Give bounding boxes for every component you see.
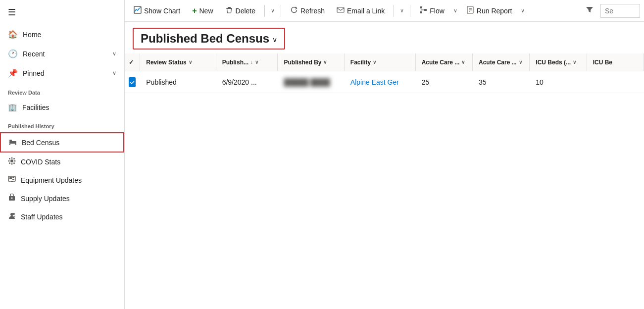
sidebar-item-bed-census[interactable]: Bed Census: [0, 132, 124, 153]
svg-rect-28: [424, 9, 427, 11]
grid-header-icu-beds-1[interactable]: ICU Beds (... ∨: [530, 53, 587, 71]
review-status-col-label: Review Status: [146, 59, 186, 66]
sidebar-item-home[interactable]: 🏠 Home: [0, 25, 124, 44]
grid-header-acute-care-2[interactable]: Acute Care ... ∨: [473, 53, 530, 71]
toolbar: Show Chart + New Delete ∨: [125, 0, 644, 22]
toolbar-divider-3: [394, 5, 394, 17]
grid-container: ✓ Review Status ∨ Publish... ↓ ∨ Publish…: [125, 53, 644, 309]
acute-care-2-col-label: Acute Care ...: [479, 59, 517, 66]
grid-header-acute-care-1[interactable]: Acute Care ... ∨: [416, 53, 473, 71]
refresh-button[interactable]: Refresh: [285, 3, 330, 18]
show-chart-icon: [134, 6, 142, 15]
sidebar-item-recent[interactable]: 🕐 Recent ∨: [0, 44, 124, 63]
row-checkbox[interactable]: [125, 71, 140, 93]
svg-point-4: [10, 159, 13, 162]
row-publish-date: 6/9/2020 ...: [216, 71, 278, 93]
svg-point-9: [9, 158, 10, 159]
view-title-dropdown[interactable]: Published Bed Census ∨: [133, 28, 285, 50]
icu-beds-1-col-label: ICU Beds (...: [536, 59, 571, 66]
sidebar-item-covid-stats[interactable]: COVID Stats: [0, 153, 124, 171]
svg-rect-15: [12, 177, 14, 178]
toolbar-dropdown-3[interactable]: ∨: [451, 4, 459, 17]
flow-label: Flow: [430, 7, 445, 15]
acute-care-1-dropdown-icon: ∨: [461, 59, 465, 65]
run-report-button[interactable]: Run Report: [461, 3, 517, 18]
grid-header: ✓ Review Status ∨ Publish... ↓ ∨ Publish…: [125, 53, 644, 71]
show-chart-button[interactable]: Show Chart: [129, 3, 185, 18]
row-published-by-value: █████ ████: [284, 78, 330, 86]
published-by-dropdown-icon: ∨: [323, 59, 327, 65]
table-row: Published 6/9/2020 ... █████ ████ Alpine…: [125, 71, 644, 93]
grid-header-icu-beds-2[interactable]: ICU Be: [587, 53, 644, 71]
toolbar-divider-4: [410, 5, 410, 17]
refresh-label: Refresh: [300, 7, 325, 15]
supply-updates-icon: [8, 194, 16, 203]
svg-point-12: [9, 162, 10, 164]
refresh-icon: [290, 6, 298, 15]
delete-label: Delete: [236, 7, 255, 15]
acute-care-2-dropdown-icon: ∨: [519, 59, 522, 65]
main-content: Show Chart + New Delete ∨: [125, 0, 644, 309]
svg-point-20: [10, 213, 13, 216]
sidebar-item-equipment-updates-label: Equipment Updates: [21, 176, 82, 184]
pinned-icon: 📌: [8, 68, 18, 78]
svg-point-21: [13, 213, 15, 215]
recent-icon: 🕐: [8, 49, 18, 58]
sidebar-item-staff-updates[interactable]: Staff Updates: [0, 207, 124, 226]
email-icon: [337, 6, 345, 15]
grid-header-review-status[interactable]: Review Status ∨: [140, 53, 216, 71]
svg-point-8: [14, 160, 16, 162]
row-icu-beds-2: [587, 71, 644, 93]
sidebar-item-facilities-label: Facilities: [22, 103, 49, 111]
sidebar: ☰ 🏠 Home 🕐 Recent ∨ 📌 Pinned ∨ Review Da…: [0, 0, 125, 309]
svg-point-5: [11, 157, 13, 159]
flow-icon: [419, 6, 427, 15]
review-data-header: Review Data: [0, 83, 124, 99]
toolbar-dropdown-4[interactable]: ∨: [519, 4, 527, 17]
grid-header-facility[interactable]: Facility ∨: [345, 53, 416, 71]
pinned-chevron-icon: ∨: [112, 70, 116, 76]
publish-dropdown-icon: ∨: [255, 59, 258, 65]
sidebar-item-pinned[interactable]: 📌 Pinned ∨: [0, 63, 124, 83]
facilities-icon: 🏢: [8, 103, 17, 112]
grid-header-published-by[interactable]: Published By ∨: [278, 53, 344, 71]
grid-header-check[interactable]: ✓: [125, 53, 140, 71]
row-published-by: █████ ████: [278, 71, 344, 93]
covid-stats-icon: [8, 157, 16, 166]
sidebar-item-supply-updates[interactable]: Supply Updates: [0, 189, 124, 207]
svg-rect-0: [9, 141, 16, 144]
filter-icon[interactable]: [581, 3, 598, 19]
sidebar-item-facilities[interactable]: 🏢 Facilities: [0, 99, 124, 116]
grid-header-publish[interactable]: Publish... ↓ ∨: [216, 53, 278, 71]
sidebar-item-supply-updates-label: Supply Updates: [21, 195, 70, 203]
svg-rect-16: [12, 179, 14, 180]
svg-rect-27: [420, 11, 422, 13]
icu-beds-2-col-label: ICU Be: [593, 59, 612, 66]
svg-point-19: [11, 198, 13, 199]
toolbar-dropdown-2[interactable]: ∨: [398, 4, 406, 17]
delete-button[interactable]: Delete: [220, 3, 260, 18]
toolbar-divider-1: [264, 5, 265, 17]
view-header: Published Bed Census ∨: [125, 22, 644, 53]
sidebar-item-staff-updates-label: Staff Updates: [21, 213, 63, 221]
row-published-icon: [129, 77, 136, 87]
publish-sort-icon: ↓: [250, 59, 253, 65]
toolbar-dropdown-1[interactable]: ∨: [269, 4, 277, 17]
row-facility[interactable]: Alpine East Ger: [345, 71, 416, 93]
svg-rect-1: [9, 140, 12, 141]
sidebar-item-recent-label: Recent: [23, 50, 45, 58]
new-button[interactable]: + New: [187, 3, 218, 18]
new-icon: +: [192, 6, 197, 15]
svg-point-7: [8, 160, 10, 162]
facility-col-label: Facility: [350, 59, 371, 66]
svg-rect-2: [9, 144, 10, 145]
flow-button[interactable]: Flow: [414, 3, 449, 18]
sidebar-item-pinned-label: Pinned: [23, 69, 45, 77]
search-input[interactable]: [600, 4, 640, 18]
svg-rect-3: [15, 144, 16, 145]
hamburger-icon[interactable]: ☰: [0, 0, 124, 25]
sidebar-item-equipment-updates[interactable]: Equipment Updates: [0, 171, 124, 189]
row-icu-beds-1: 10: [530, 71, 587, 93]
view-title-chevron-icon: ∨: [272, 36, 277, 44]
email-link-button[interactable]: Email a Link: [332, 3, 390, 18]
